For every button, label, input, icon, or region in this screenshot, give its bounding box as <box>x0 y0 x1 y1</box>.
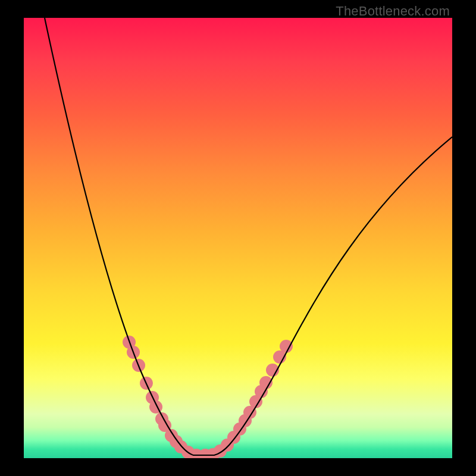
curve-marker <box>280 340 293 353</box>
chart-frame: TheBottleneck.com <box>0 0 476 476</box>
chart-svg <box>24 18 452 458</box>
watermark-text: TheBottleneck.com <box>336 4 450 19</box>
curve-markers <box>123 336 293 458</box>
curve-marker <box>149 400 162 414</box>
plot-area <box>24 18 452 458</box>
curve-line <box>45 18 452 455</box>
